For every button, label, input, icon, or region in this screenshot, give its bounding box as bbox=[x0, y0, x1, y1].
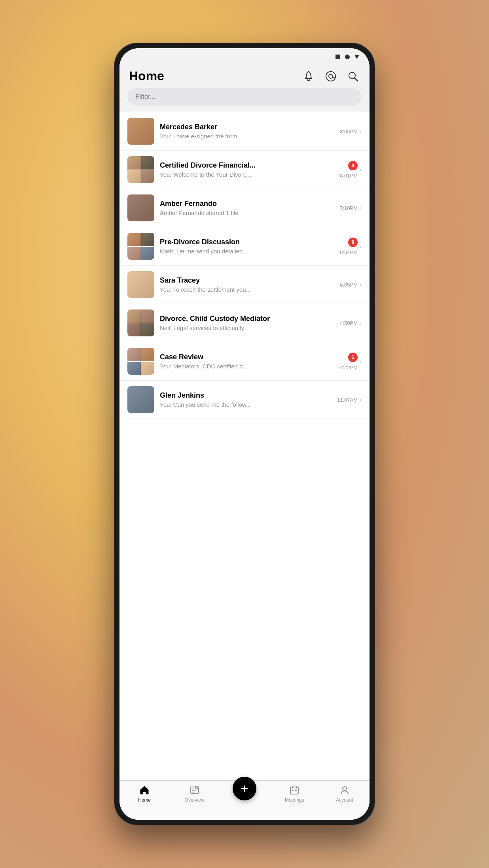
chat-meta: 1 4:22PM bbox=[340, 353, 358, 370]
chat-meta: 8:05PM bbox=[340, 128, 358, 134]
tab-home[interactable]: Home bbox=[119, 785, 169, 803]
chevron-right-icon: › bbox=[359, 281, 362, 289]
chat-preview: You: Can you send me the follow... bbox=[160, 401, 334, 408]
chat-meta: 7:10PM bbox=[340, 205, 358, 211]
chat-time: 8:01PM bbox=[340, 173, 358, 179]
tab-home-label: Home bbox=[138, 797, 151, 803]
chat-item[interactable]: Divorce, Child Custody Mediator Neil: Le… bbox=[119, 304, 370, 342]
chat-item[interactable]: Pre-Divorce Discussion Mark: Let me send… bbox=[119, 227, 370, 266]
svg-point-3 bbox=[308, 71, 309, 72]
chat-item[interactable]: Certified Divorce Financial... You: Welc… bbox=[119, 151, 370, 189]
status-icon-triangle bbox=[354, 54, 360, 60]
chevron-right-icon: › bbox=[359, 319, 362, 327]
chat-preview: You: Mediators, CDC certified d... bbox=[160, 363, 337, 370]
svg-rect-10 bbox=[290, 787, 298, 794]
chat-item[interactable]: Sara Tracey You: To reach the settlement… bbox=[119, 266, 370, 304]
unread-badge: 1 bbox=[348, 353, 358, 362]
chat-content: Sara Tracey You: To reach the settlement… bbox=[160, 276, 337, 293]
chat-preview: Mark: Let me send you detailed... bbox=[160, 248, 337, 255]
phone-screen: Home bbox=[119, 48, 370, 820]
tab-overview-label: Overview bbox=[185, 797, 205, 803]
overview-icon bbox=[189, 785, 200, 796]
chat-content: Mercedes Barker You: I have e-signed the… bbox=[160, 123, 337, 140]
avatar bbox=[127, 309, 154, 336]
avatar bbox=[127, 348, 154, 375]
avatar bbox=[127, 271, 154, 298]
chat-time: 8:05PM bbox=[340, 128, 358, 134]
chevron-right-icon: › bbox=[359, 166, 362, 174]
page-title: Home bbox=[129, 69, 164, 83]
bell-icon bbox=[303, 71, 314, 82]
chat-content: Glen Jenkins You: Can you send me the fo… bbox=[160, 391, 334, 408]
unread-badge: 8 bbox=[348, 238, 358, 247]
avatar bbox=[127, 233, 154, 260]
chat-name: Certified Divorce Financial... bbox=[160, 161, 337, 170]
chat-content: Pre-Divorce Discussion Mark: Let me send… bbox=[160, 238, 337, 255]
chat-time: 4:50PM bbox=[340, 320, 358, 326]
filter-bar bbox=[119, 88, 370, 112]
at-icon bbox=[325, 71, 336, 82]
svg-point-1 bbox=[345, 55, 350, 59]
chat-time: 8:05PM bbox=[340, 282, 358, 288]
mentions-button[interactable] bbox=[324, 69, 338, 83]
chat-time: 4:22PM bbox=[340, 364, 358, 370]
chat-list: Mercedes Barker You: I have e-signed the… bbox=[119, 112, 370, 780]
chat-name: Glen Jenkins bbox=[160, 391, 334, 400]
phone-frame: Home bbox=[114, 43, 375, 825]
avatar bbox=[127, 386, 154, 413]
svg-point-4 bbox=[326, 72, 335, 81]
chat-name: Pre-Divorce Discussion bbox=[160, 238, 337, 246]
chat-meta: 4 8:01PM bbox=[340, 161, 358, 179]
tab-overview[interactable]: Overview bbox=[169, 785, 219, 803]
search-icon bbox=[347, 71, 358, 82]
chat-content: Certified Divorce Financial... You: Welc… bbox=[160, 161, 337, 178]
chat-time: 11:07AM bbox=[337, 397, 358, 403]
chat-meta: 4:50PM bbox=[340, 320, 358, 326]
account-icon bbox=[339, 785, 350, 796]
chat-content: Case Review You: Mediators, CDC certifie… bbox=[160, 353, 337, 370]
svg-point-16 bbox=[343, 787, 347, 791]
chat-name: Sara Tracey bbox=[160, 276, 337, 285]
tab-meetings[interactable]: Meetings bbox=[269, 785, 319, 803]
avatar bbox=[127, 118, 154, 145]
chat-name: Case Review bbox=[160, 353, 337, 361]
avatar bbox=[127, 156, 154, 183]
svg-point-5 bbox=[329, 74, 333, 78]
chat-item[interactable]: Amber Fernando Amber Fernando shared 1 f… bbox=[119, 189, 370, 227]
header: Home bbox=[119, 66, 370, 88]
chevron-right-icon: › bbox=[359, 357, 362, 366]
plus-icon: + bbox=[241, 782, 248, 795]
status-icon-circle bbox=[344, 54, 351, 60]
avatar bbox=[127, 194, 154, 221]
notifications-button[interactable] bbox=[301, 69, 316, 83]
chat-name: Mercedes Barker bbox=[160, 123, 337, 131]
chat-name: Amber Fernando bbox=[160, 200, 337, 208]
filter-input[interactable] bbox=[127, 88, 362, 106]
chat-content: Divorce, Child Custody Mediator Neil: Le… bbox=[160, 315, 337, 331]
header-actions bbox=[301, 69, 360, 83]
tab-meetings-label: Meetings bbox=[285, 797, 304, 803]
meetings-icon bbox=[289, 785, 300, 796]
chat-preview: Neil: Legal services to efficiently bbox=[160, 325, 337, 331]
svg-rect-15 bbox=[295, 790, 297, 791]
home-icon bbox=[139, 785, 150, 796]
chat-meta: 8 6:54PM bbox=[340, 238, 358, 255]
svg-rect-0 bbox=[335, 55, 340, 59]
chat-item[interactable]: Case Review You: Mediators, CDC certifie… bbox=[119, 342, 370, 381]
chat-meta: 11:07AM bbox=[337, 397, 358, 403]
unread-badge: 4 bbox=[348, 161, 358, 170]
chevron-right-icon: › bbox=[359, 396, 362, 404]
chat-time: 6:54PM bbox=[340, 249, 358, 255]
chevron-right-icon: › bbox=[359, 204, 362, 212]
chat-item[interactable]: Mercedes Barker You: I have e-signed the… bbox=[119, 112, 370, 151]
tab-bar: Home Overview bbox=[119, 780, 370, 820]
chat-preview: You: To reach the settlement you... bbox=[160, 286, 337, 293]
add-button[interactable]: + bbox=[233, 777, 256, 800]
chat-time: 7:10PM bbox=[340, 205, 358, 211]
chat-preview: You: I have e-signed the form... bbox=[160, 133, 337, 140]
tab-account-label: Account bbox=[336, 797, 353, 803]
tab-account[interactable]: Account bbox=[320, 785, 370, 803]
chevron-right-icon: › bbox=[359, 242, 362, 251]
search-button[interactable] bbox=[346, 69, 360, 83]
chat-item[interactable]: Glen Jenkins You: Can you send me the fo… bbox=[119, 381, 370, 419]
